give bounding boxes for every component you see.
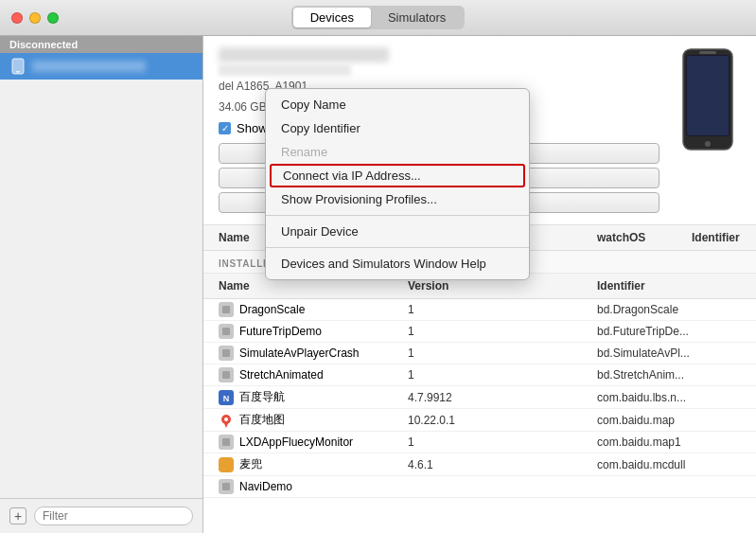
- titlebar: Devices Simulators: [0, 0, 756, 36]
- main-layout: Disconnected + del A1865, A1901,... 34.0…: [0, 36, 756, 533]
- menu-separator: [266, 215, 529, 216]
- close-button[interactable]: [11, 12, 23, 24]
- menu-separator: [266, 247, 529, 248]
- sidebar-footer: +: [0, 498, 202, 533]
- sidebar: Disconnected +: [0, 36, 203, 533]
- tab-devices[interactable]: Devices: [293, 8, 371, 27]
- filter-input[interactable]: [34, 506, 193, 525]
- content-area: del A1865, A1901,... 34.06 GB available)…: [203, 36, 756, 533]
- tab-simulators[interactable]: Simulators: [371, 8, 463, 27]
- menu-items-container: Copy NameCopy IdentifierRenameConnect vi…: [266, 93, 529, 275]
- add-device-button[interactable]: +: [9, 507, 26, 524]
- menu-item[interactable]: Connect via IP Address...: [270, 164, 525, 187]
- menu-item[interactable]: Devices and Simulators Window Help: [266, 252, 529, 275]
- svg-rect-1: [16, 71, 20, 73]
- menu-item[interactable]: Copy Name: [266, 93, 529, 116]
- menu-item[interactable]: Unpair Device: [266, 220, 529, 243]
- maximize-button[interactable]: [47, 12, 59, 24]
- menu-item[interactable]: Rename: [266, 140, 529, 164]
- context-menu-overlay[interactable]: Copy NameCopy IdentifierRenameConnect vi…: [203, 36, 756, 533]
- device-name-blurred: [32, 61, 146, 72]
- minimize-button[interactable]: [29, 12, 41, 24]
- sidebar-section-disconnected: Disconnected: [0, 36, 202, 53]
- phone-icon: [9, 58, 26, 75]
- context-menu: Copy NameCopy IdentifierRenameConnect vi…: [265, 88, 530, 280]
- traffic-lights: [11, 12, 59, 24]
- menu-item[interactable]: Show Provisioning Profiles...: [266, 187, 529, 211]
- sidebar-item-device[interactable]: [0, 53, 202, 80]
- menu-item[interactable]: Copy Identifier: [266, 116, 529, 140]
- titlebar-tab-group: Devices Simulators: [291, 6, 466, 29]
